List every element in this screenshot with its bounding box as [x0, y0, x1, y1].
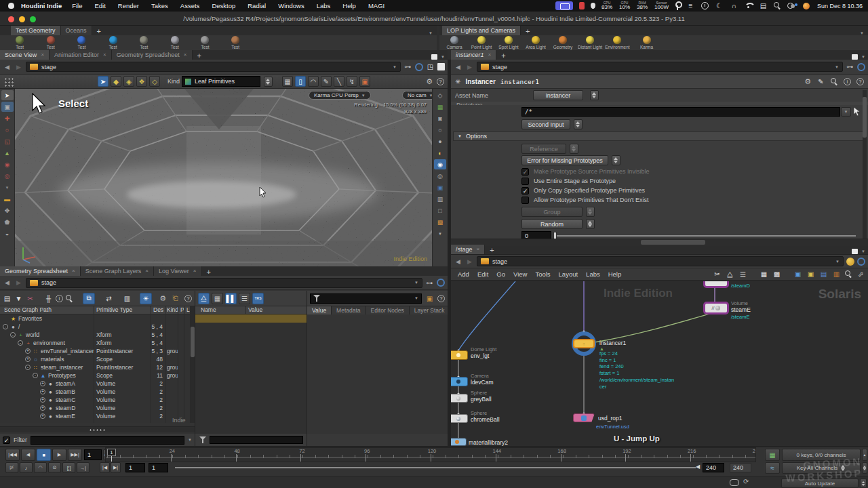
keyframe-options-icon[interactable]: ▦ — [765, 449, 780, 461]
refresh-icon[interactable]: ⟳ — [743, 478, 749, 485]
expander-icon[interactable]: + — [40, 397, 45, 403]
search-params-icon[interactable] — [831, 78, 838, 85]
menu-item[interactable]: File — [66, 2, 88, 9]
strip-more-icon[interactable]: ▼ — [434, 228, 446, 239]
brush-icon[interactable]: ✎ — [816, 77, 825, 86]
add-shelf-tab-button[interactable] — [521, 27, 534, 35]
select-tool-icon[interactable]: ➤ — [1, 90, 14, 100]
snap-grid-icon[interactable]: ▦ — [434, 102, 446, 112]
audio-icon[interactable]: ♪ — [20, 462, 33, 473]
selected-attribute-row[interactable] — [195, 314, 307, 323]
tree-row[interactable]: ★Favorites — [0, 314, 191, 323]
menu-item[interactable]: Edit — [88, 2, 111, 9]
pin-node-icon[interactable] — [846, 258, 854, 266]
scene-lights-icon[interactable]: ◉ — [434, 159, 446, 169]
view-pivot-icon[interactable]: ✥ — [1, 205, 14, 216]
link-group-icon[interactable] — [415, 63, 423, 71]
network-canvas[interactable]: Indie Edition Solaris Dome Light env_lgt… — [451, 281, 868, 446]
tree-row[interactable]: +●steamB Volume 2 — [0, 388, 191, 396]
filter-sliders-icon[interactable]: ╫ — [44, 294, 53, 303]
network-menu-item[interactable]: Edit — [473, 270, 492, 278]
link-group-icon[interactable] — [857, 63, 865, 71]
list-icon[interactable]: ☰ — [738, 270, 747, 279]
find-node-icon[interactable] — [845, 270, 852, 278]
prune-icon[interactable]: ✂ — [26, 294, 35, 303]
tree-row[interactable]: -●/ 5 , 4 — [0, 323, 191, 331]
wifi-icon[interactable] — [745, 3, 753, 9]
range-end-field[interactable]: 240 — [703, 463, 724, 472]
collapse-all-icon[interactable]: ▤ — [3, 294, 12, 303]
clock-icon[interactable] — [701, 2, 709, 9]
headlight-icon[interactable]: ○ — [434, 125, 446, 135]
node-label[interactable]: ldevCam — [471, 379, 494, 386]
expand-all-icon[interactable]: ▼ — [14, 294, 23, 303]
vertical-pane-divider[interactable] — [448, 60, 451, 446]
column-header[interactable]: Des — [153, 306, 163, 313]
prototype-reference-dropdown[interactable]: Reference — [521, 144, 566, 154]
node-ldevCam[interactable] — [451, 377, 468, 386]
close-tab-icon[interactable] — [41, 52, 44, 58]
system-stat[interactable]: RAM38% — [637, 1, 648, 10]
spotlight-search-icon[interactable] — [774, 2, 781, 9]
close-tab-icon[interactable] — [184, 52, 187, 58]
menu-item[interactable]: Help — [336, 2, 362, 9]
expander-icon[interactable]: + — [40, 381, 45, 386]
snapshot-gallery-icon[interactable]: ▥ — [434, 194, 446, 204]
tree-row[interactable]: -∷steam_instancer PointInstancer 12 grou — [0, 363, 191, 371]
jump-end-button[interactable]: ▶▶| — [68, 449, 82, 461]
recording-icon[interactable] — [579, 2, 585, 9]
column-header[interactable]: Primitive Type — [96, 306, 132, 313]
maximize-pane-icon[interactable] — [431, 54, 437, 60]
keys-expand-icon[interactable]: ▲ — [862, 449, 867, 461]
pane-tab[interactable]: Scene View — [0, 50, 50, 60]
nav-forward-icon[interactable] — [465, 64, 474, 70]
scoped-channels-icon[interactable]: ≈ — [765, 462, 780, 474]
edit-flags-icon[interactable]: ▤ — [819, 270, 828, 279]
tree-view-icon[interactable]: ⧋ — [198, 293, 210, 304]
tree-hscrollbar[interactable] — [0, 426, 195, 432]
lasso-select-icon[interactable]: ◠ — [308, 76, 319, 87]
tree-row[interactable]: +∷envTunnel_instancer PointInstancer 5 ,… — [0, 347, 191, 355]
tree-row[interactable]: +○materials Scope 48 — [0, 355, 191, 363]
shelf-tab[interactable]: Oceans — [61, 26, 92, 35]
follow-selection-icon[interactable]: ⇄ — [104, 294, 113, 303]
tree-list-icon[interactable]: ⧋ — [726, 270, 734, 279]
network-tab[interactable]: /stage — [451, 245, 485, 254]
network-menu-item[interactable]: Layout — [555, 270, 583, 278]
select-mode-vertices-icon[interactable]: ◇ — [149, 76, 160, 87]
sticky-note-icon[interactable]: ▣ — [806, 270, 815, 279]
select-objects-icon[interactable]: ▦ — [282, 76, 293, 87]
prototype-index-dropdown[interactable]: Random — [521, 219, 583, 229]
tree-row[interactable]: -+world Xform 5 , 4 — [0, 331, 191, 339]
help-icon[interactable]: ? — [437, 295, 445, 302]
kind-dropdown[interactable]: Leaf Primitives — [182, 76, 260, 87]
network-box-icon[interactable]: ▥ — [832, 270, 841, 279]
options-section-header[interactable]: Options — [453, 131, 867, 141]
help-icon[interactable]: ? — [184, 295, 192, 302]
nav-back-icon[interactable] — [3, 279, 12, 286]
link-editor-icon[interactable]: ⧉ — [83, 293, 95, 304]
list-view-icon[interactable]: ☰ — [239, 293, 250, 304]
add-shelf-tab-button[interactable] — [92, 27, 106, 35]
expander-icon[interactable]: - — [18, 340, 23, 346]
attribute-filter-input[interactable] — [210, 436, 303, 444]
lock-camera-icon[interactable]: ◙ — [434, 113, 446, 123]
node-greyBall[interactable] — [451, 394, 468, 403]
handle-missing-dropdown[interactable]: Error for Missing Prototypes — [521, 155, 608, 165]
geometry-rock-icon[interactable]: ⬟ — [1, 217, 14, 227]
message-bubble-icon[interactable] — [730, 479, 739, 486]
expander-icon[interactable]: - — [3, 324, 8, 329]
kind-spinner[interactable] — [264, 77, 273, 87]
app-menu[interactable]: Houdini Indie — [21, 2, 62, 9]
shadows-icon[interactable]: ▣ — [434, 182, 446, 192]
grid-snap-icon[interactable]: ▦ — [760, 270, 768, 279]
menubar-clock[interactable]: Sun Dec 8 10.36 — [817, 3, 863, 9]
moon-icon[interactable]: ☾ — [715, 1, 724, 10]
shelf-tool[interactable]: Camera — [441, 35, 468, 50]
paint-bucket-icon[interactable]: ◒ — [1, 228, 14, 239]
scale-tool-icon[interactable]: ◱ — [1, 136, 14, 146]
checkbox[interactable] — [521, 197, 529, 204]
select-mode-edges-icon[interactable]: ◈ — [123, 76, 134, 87]
menu-item[interactable]: Radial — [241, 2, 272, 9]
detail-tab[interactable]: Layer Stack — [410, 306, 450, 314]
